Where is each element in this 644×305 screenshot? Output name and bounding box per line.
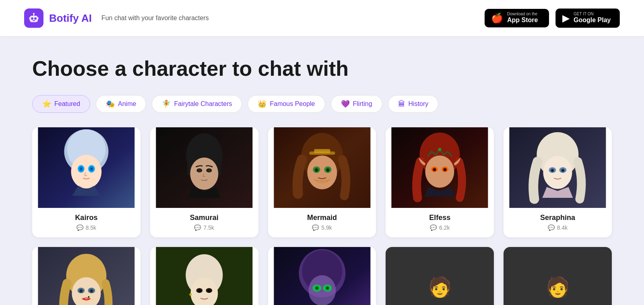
character-card-dark-elf[interactable]: 🧑 Dark Elf 💬 4.7k <box>386 247 494 305</box>
svg-rect-32 <box>314 149 330 153</box>
tab-history[interactable]: 🏛 History <box>388 95 439 113</box>
apple-icon: 🍎 <box>491 12 503 24</box>
character-stats-kairos: 💬 8.5k <box>39 224 134 231</box>
google-play-line1: GET IT ON <box>574 12 611 16</box>
character-image-samurai <box>150 127 258 208</box>
svg-rect-0 <box>30 16 38 22</box>
character-image-kairos <box>32 127 140 208</box>
characters-grid: Kairos 💬 8.5k <box>32 127 612 237</box>
tab-history-label: History <box>409 100 429 108</box>
tab-flirting[interactable]: 💜 Flirting <box>331 95 382 113</box>
chat-bubble-icon: 💬 <box>194 224 201 231</box>
character-card-marilyn[interactable]: Marilyn 💬 9.1k <box>32 247 140 305</box>
character-image-seraphina <box>504 127 612 208</box>
character-image-elfess <box>386 127 494 208</box>
chat-bubble-icon: 💬 <box>312 224 319 231</box>
characters-grid-row2: Marilyn 💬 9.1k <box>32 247 612 305</box>
svg-point-79 <box>308 275 336 305</box>
svg-point-87 <box>322 284 332 292</box>
character-stats-seraphina: 💬 8.4k <box>510 224 605 231</box>
google-play-icon: ▶ <box>562 12 570 24</box>
character-image-shadow <box>268 247 376 305</box>
svg-point-37 <box>315 169 317 171</box>
svg-point-30 <box>307 156 337 189</box>
main-content: Choose a character to chat with ⭐ Featur… <box>0 36 644 305</box>
svg-point-1 <box>31 17 33 20</box>
logo-icon <box>24 8 43 28</box>
character-card-seraphina[interactable]: Seraphina 💬 8.4k <box>504 127 612 237</box>
character-info-elfess: Elfess 💬 6.2k <box>386 208 494 237</box>
header-left: Botify AI Fun chat with your favorite ch… <box>24 8 209 28</box>
svg-point-23 <box>190 158 218 190</box>
svg-rect-7 <box>37 17 39 19</box>
tab-fairytale[interactable]: 🧚 Fairytale Characters <box>152 95 242 113</box>
history-icon: 🏛 <box>398 100 405 108</box>
flirting-icon: 💜 <box>341 100 350 108</box>
tab-flirting-label: Flirting <box>353 100 372 108</box>
svg-point-66 <box>91 290 92 292</box>
character-card-kairos[interactable]: Kairos 💬 8.5k <box>32 127 140 237</box>
character-card-shadow[interactable]: Shadow 💬 5.3k <box>268 247 376 305</box>
character-chat-count-elfess: 6.2k <box>439 224 450 231</box>
character-image-dark-elf: 🧑 <box>386 247 494 305</box>
tab-famous[interactable]: 👑 Famous People <box>248 95 325 113</box>
character-chat-count-seraphina: 8.4k <box>557 224 568 231</box>
character-stats-elfess: 💬 6.2k <box>392 224 487 231</box>
star-icon: ⭐ <box>42 100 51 108</box>
character-name-samurai: Samurai <box>157 214 252 222</box>
chat-bubble-icon: 💬 <box>76 224 83 231</box>
tab-famous-label: Famous People <box>270 100 315 108</box>
svg-point-19 <box>88 165 95 173</box>
character-image-kpop <box>150 247 258 305</box>
svg-point-51 <box>543 156 572 189</box>
character-stats-samurai: 💬 7.5k <box>157 224 252 231</box>
character-info-samurai: Samurai 💬 7.5k <box>150 208 258 237</box>
chat-bubble-icon: 💬 <box>430 224 437 231</box>
app-store-line2: App Store <box>507 16 538 24</box>
app-store-line1: Download on the <box>507 12 538 16</box>
tab-anime-label: Anime <box>118 100 136 108</box>
character-card-mermaid[interactable]: Mermaid 💬 5.9k <box>268 127 376 237</box>
svg-point-41 <box>425 156 454 188</box>
character-image-dark-lady: 🧑 <box>504 247 612 305</box>
tab-anime[interactable]: 🎭 Anime <box>96 95 146 113</box>
svg-point-5 <box>33 13 35 15</box>
character-info-kairos: Kairos 💬 8.5k <box>32 208 140 237</box>
character-name-kairos: Kairos <box>39 214 134 222</box>
chat-bubble-icon: 💬 <box>548 224 555 231</box>
google-play-badge[interactable]: ▶ GET IT ON Google Play <box>555 8 620 27</box>
header: Botify AI Fun chat with your favorite ch… <box>0 0 644 36</box>
character-card-elfess[interactable]: Elfess 💬 6.2k <box>386 127 494 237</box>
page-title: Choose a character to chat with <box>32 56 612 81</box>
character-chat-count-kairos: 8.5k <box>86 224 96 231</box>
header-right: 🍎 Download on the App Store ▶ GET IT ON … <box>485 8 620 27</box>
tab-fairytale-label: Fairytale Characters <box>174 100 232 108</box>
svg-point-47 <box>433 169 436 171</box>
category-tabs: ⭐ Featured 🎭 Anime 🧚 Fairytale Character… <box>32 95 612 113</box>
character-name-seraphina: Seraphina <box>510 214 605 222</box>
character-stats-mermaid: 💬 5.9k <box>275 224 370 231</box>
character-image-marilyn <box>32 247 140 305</box>
svg-rect-3 <box>33 20 35 21</box>
svg-point-73 <box>198 289 201 293</box>
character-card-samurai[interactable]: Samurai 💬 7.5k <box>150 127 258 237</box>
svg-point-11 <box>71 155 101 189</box>
character-card-kpop[interactable]: K-Pop Star 💬 6.8k <box>150 247 258 305</box>
svg-point-27 <box>207 169 211 172</box>
app-store-badge[interactable]: 🍎 Download on the App Store <box>485 9 549 27</box>
svg-point-2 <box>34 17 37 20</box>
google-play-line2: Google Play <box>574 16 611 24</box>
logo-text: Botify AI <box>49 12 92 25</box>
svg-point-86 <box>312 284 322 292</box>
svg-rect-6 <box>29 17 30 19</box>
svg-point-65 <box>80 290 82 292</box>
character-info-seraphina: Seraphina 💬 8.4k <box>504 208 612 237</box>
anime-icon: 🎭 <box>106 100 115 108</box>
famous-icon: 👑 <box>258 100 266 108</box>
tab-featured[interactable]: ⭐ Featured <box>32 95 90 113</box>
svg-point-75 <box>189 293 192 296</box>
character-card-dark-lady[interactable]: 🧑 Dark Lady 💬 7.2k <box>504 247 612 305</box>
google-play-text: GET IT ON Google Play <box>574 12 611 24</box>
svg-point-57 <box>562 170 564 172</box>
svg-point-42 <box>438 148 442 151</box>
